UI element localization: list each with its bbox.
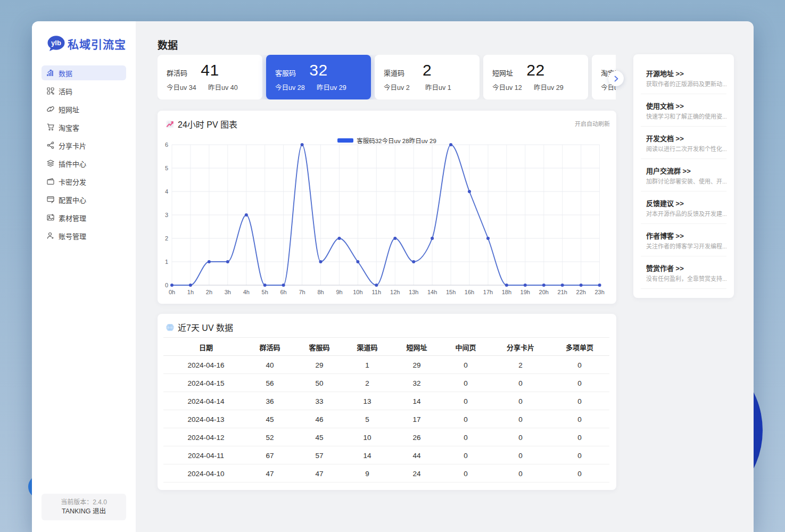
- card-icon: [47, 178, 54, 185]
- account-name: TANKING: [62, 508, 91, 515]
- stat-card-today: 今日uv 12: [492, 82, 522, 92]
- uv-cell: 29: [315, 361, 323, 369]
- stat-cards-inner: 群活码41今日uv 34昨日uv 40客服码32今日uv 28昨日uv 29渠道…: [158, 55, 616, 99]
- svg-text:5h: 5h: [262, 289, 268, 295]
- sidebar-item-1[interactable]: 数据: [42, 65, 126, 80]
- svg-text:9h: 9h: [336, 289, 342, 295]
- uv-cell: 1: [365, 361, 369, 369]
- cart-icon: [47, 123, 54, 131]
- uv-cell: 13: [363, 397, 371, 405]
- svg-text:0h: 0h: [169, 289, 175, 295]
- svg-text:3: 3: [165, 212, 168, 218]
- svg-text:2: 2: [165, 235, 168, 242]
- uv-cell: 0: [464, 415, 468, 423]
- help-link-5[interactable]: 反馈建议 >>对本开源作品的反馈及开发建...: [641, 192, 726, 224]
- uv-table-row: 2024-04-134546517000: [163, 410, 609, 428]
- svg-text:ylb: ylb: [51, 39, 61, 47]
- uv-cell: 33: [315, 397, 323, 405]
- help-link-title: 赞赏作者 >>: [646, 264, 726, 273]
- uv-cell: 0: [518, 397, 523, 405]
- table-card-header: 近7天 UV 数据: [166, 321, 233, 334]
- sidebar-item-label: 配置中心: [59, 195, 86, 205]
- svg-text:3h: 3h: [225, 289, 231, 295]
- sidebar-item-label: 卡密分发: [59, 177, 86, 187]
- sidebar-item-3[interactable]: 短网址: [42, 102, 126, 117]
- uv-col-header: 多项单页: [566, 342, 593, 352]
- user-icon: [47, 232, 54, 239]
- sidebar-item-6[interactable]: 插件中心: [42, 156, 126, 171]
- uv-cell: 0: [577, 361, 582, 369]
- sidebar-item-5[interactable]: 分享卡片: [42, 138, 126, 153]
- sidebar-item-label: 数据: [59, 68, 72, 78]
- help-link-1[interactable]: 开源地址 >>获取作者的正版源码及更新动...: [641, 62, 726, 94]
- stat-card-4[interactable]: 短网址22今日uv 12昨日uv 29: [483, 55, 588, 99]
- stat-card-3[interactable]: 渠道码2今日uv 2昨日uv 1: [375, 55, 480, 99]
- sidebar: ylb 私域引流宝 数据活码短网址淘宝客分享卡片插件中心卡密分发配置中心素材管理…: [32, 21, 136, 532]
- uv-cell: 45: [266, 415, 274, 423]
- help-link-6[interactable]: 作者博客 >>关注作者的博客学习开发编程...: [641, 224, 726, 256]
- uv-cell: 17: [412, 415, 420, 423]
- help-panel: 开源地址 >>获取作者的正版源码及更新动...使用文档 >>快速学习和了解正确的…: [633, 54, 734, 298]
- uv-cell: 67: [266, 451, 274, 459]
- uv-cell: 2024-04-12: [187, 433, 224, 441]
- svg-text:2h: 2h: [206, 289, 212, 295]
- uv-cell: 2024-04-16: [187, 361, 224, 369]
- uv-col-header: 群活码: [259, 342, 280, 352]
- help-link-title: 使用文档 >>: [646, 102, 726, 111]
- svg-text:18h: 18h: [502, 289, 511, 295]
- sidebar-item-8[interactable]: 配置中心: [42, 192, 126, 207]
- account-line: TANKING 退出: [42, 507, 126, 516]
- sidebar-item-9[interactable]: 素材管理: [42, 210, 126, 225]
- svg-text:8h: 8h: [317, 289, 324, 295]
- uv-cell: 0: [518, 415, 523, 423]
- logo-bubble-icon: ylb: [47, 36, 65, 52]
- sidebar-item-4[interactable]: 淘宝客: [42, 120, 126, 135]
- uv-cell: 14: [412, 397, 420, 405]
- uv-cell: 0: [577, 379, 582, 387]
- app-window: ylb 私域引流宝 数据活码短网址淘宝客分享卡片插件中心卡密分发配置中心素材管理…: [32, 21, 754, 532]
- globe-icon: [166, 323, 174, 331]
- table-card-title: 近7天 UV 数据: [178, 321, 233, 334]
- svg-text:22h: 22h: [576, 289, 586, 295]
- uv-cell: 9: [365, 469, 369, 477]
- uv-cell: 10: [363, 433, 371, 441]
- stat-card-2[interactable]: 客服码32今日uv 28昨日uv 29: [266, 55, 371, 99]
- carousel-next-button[interactable]: [608, 71, 624, 86]
- help-link-3[interactable]: 开发文档 >>阅读以进行二次开发和个性化...: [641, 127, 726, 159]
- svg-text:4h: 4h: [243, 289, 250, 295]
- uv-cell: 2024-04-14: [187, 397, 224, 405]
- uv-cell: 0: [577, 469, 582, 477]
- svg-text:15h: 15h: [446, 289, 456, 295]
- uv-cell: 0: [518, 379, 523, 387]
- help-link-7[interactable]: 赞赏作者 >>没有任何盈利，全靠赞赏支持...: [641, 256, 726, 289]
- logout-button[interactable]: 退出: [93, 508, 106, 515]
- help-link-desc: 没有任何盈利，全靠赞赏支持...: [646, 275, 726, 283]
- stat-card-value: 22: [483, 61, 588, 79]
- stat-card-1[interactable]: 群活码41今日uv 34昨日uv 40: [158, 55, 262, 99]
- bar-chart-icon: [47, 69, 54, 77]
- help-link-title: 开发文档 >>: [646, 135, 726, 143]
- logo: ylb 私域引流宝: [47, 36, 126, 52]
- stat-cards-strip: 群活码41今日uv 34昨日uv 40客服码32今日uv 28昨日uv 29渠道…: [158, 55, 616, 99]
- uv-cell: 45: [315, 433, 323, 441]
- uv-col-header: 中间页: [455, 342, 476, 352]
- uv-cell: 44: [412, 451, 420, 459]
- sidebar-item-2[interactable]: 活码: [42, 84, 126, 98]
- stat-card-today: 今日uv 28: [275, 82, 305, 92]
- main-content: 数据 群活码41今日uv 34昨日uv 40客服码32今日uv 28昨日uv 2…: [136, 21, 754, 532]
- svg-text:0: 0: [165, 282, 168, 288]
- uv-col-header: 日期: [199, 342, 213, 352]
- sidebar-item-label: 淘宝客: [59, 122, 79, 132]
- help-link-desc: 阅读以进行二次开发和个性化...: [646, 145, 726, 153]
- help-link-2[interactable]: 使用文档 >>快速学习和了解正确的使用姿...: [641, 94, 726, 127]
- app-name: 私域引流宝: [68, 36, 126, 52]
- sidebar-item-10[interactable]: 账号管理: [42, 228, 126, 243]
- help-link-4[interactable]: 用户交流群 >>加群讨论部署安装、使用、开...: [641, 159, 726, 192]
- sidebar-item-label: 活码: [59, 86, 72, 96]
- svg-text:6: 6: [165, 142, 168, 148]
- uv-cell: 0: [577, 397, 582, 405]
- stat-card-yesterday: 昨日uv 29: [534, 82, 564, 92]
- help-link-desc: 获取作者的正版源码及更新动...: [646, 80, 726, 88]
- uv-cell: 29: [412, 361, 420, 369]
- sidebar-item-7[interactable]: 卡密分发: [42, 174, 126, 189]
